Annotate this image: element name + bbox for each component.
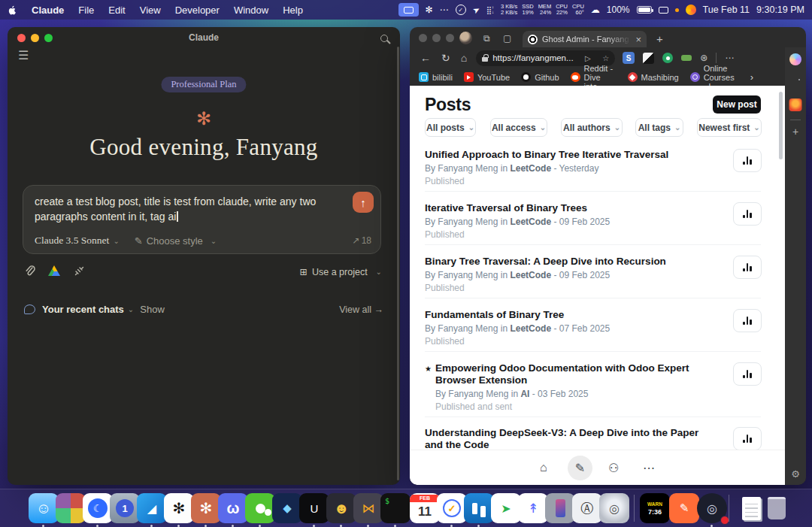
post-title[interactable]: Fundamentals of Binary Tree xyxy=(425,309,718,321)
zoom-window-button[interactable] xyxy=(446,34,454,42)
extension-pill-icon[interactable] xyxy=(681,55,692,61)
dock-icon-dark-app[interactable]: U xyxy=(299,493,329,523)
post-row[interactable]: Binary Tree Traversal: A Deep Dive into … xyxy=(425,256,761,293)
members-icon[interactable] xyxy=(608,461,619,475)
sidebar-reddit-icon[interactable] xyxy=(789,98,802,111)
bookmark-bilibili[interactable]: bilibili xyxy=(419,72,453,82)
style-selector[interactable]: Choose style xyxy=(135,235,217,247)
post-row[interactable]: Fundamentals of Binary Tree By Fanyang M… xyxy=(425,309,761,347)
reload-button[interactable] xyxy=(441,52,450,64)
dock-icon-obs[interactable]: ◎ xyxy=(697,493,727,523)
show-toggle[interactable]: Show xyxy=(140,304,165,315)
paperclip-icon[interactable] xyxy=(24,265,35,277)
bookmark-github[interactable]: Github xyxy=(521,72,559,82)
post-title[interactable]: Understanding DeepSeek-V3: A Deep Dive i… xyxy=(425,427,718,451)
menu-edit[interactable]: Edit xyxy=(108,5,125,16)
dock-icon-discord[interactable]: ω xyxy=(218,493,248,523)
dock-icon-chatgpt[interactable]: ✻ xyxy=(164,493,194,523)
dock-icon-trello[interactable] xyxy=(464,493,494,523)
browser-tab-ghost-admin[interactable]: Ghost Admin - Fanyang Meng's xyxy=(523,31,647,47)
send-button[interactable] xyxy=(353,192,374,213)
menu-view[interactable]: View xyxy=(140,5,161,16)
post-title[interactable]: Binary Tree Traversal: A Deep Dive into … xyxy=(425,256,718,268)
page-scrollbar[interactable] xyxy=(779,92,783,159)
post-analytics-button[interactable] xyxy=(733,362,762,386)
menu-help[interactable]: Help xyxy=(283,5,303,16)
cloud-icon[interactable]: ☁ xyxy=(591,5,600,14)
tab-group-icon[interactable]: ⧉ xyxy=(483,33,490,44)
new-post-button[interactable]: New post xyxy=(713,95,761,114)
copilot-icon[interactable] xyxy=(789,53,801,65)
claude-scrollbar[interactable] xyxy=(397,47,399,480)
screen-sharing-icon[interactable] xyxy=(398,3,419,17)
dock-icon-trash[interactable] xyxy=(762,493,792,523)
dock-icon-launchpad[interactable] xyxy=(56,493,86,523)
extension-bw-icon[interactable] xyxy=(643,53,654,64)
google-drive-icon[interactable] xyxy=(48,265,60,276)
post-title[interactable]: Iterative Traversal of Binary Trees xyxy=(425,202,718,214)
menu-app-name[interactable]: Claude xyxy=(32,5,64,16)
dock-icon-settings-app[interactable]: ◎ xyxy=(599,493,629,523)
dock-icon-wechat[interactable] xyxy=(245,493,275,523)
back-button[interactable] xyxy=(420,52,431,64)
profile-avatar[interactable] xyxy=(459,32,472,44)
filter-all-posts[interactable]: All posts xyxy=(425,118,476,137)
extension-green-icon[interactable] xyxy=(662,53,673,63)
home-button[interactable] xyxy=(461,52,467,64)
new-tab-button[interactable] xyxy=(656,32,663,45)
check-menubar-icon[interactable]: ✓ xyxy=(456,5,466,15)
url-text[interactable]: https://fanyangmen... xyxy=(492,53,573,62)
dock-icon-vscode[interactable]: ◢ xyxy=(137,493,167,523)
firefox-menubar-icon[interactable] xyxy=(686,5,696,15)
bookmark-mashibing[interactable]: Mashibing xyxy=(628,72,679,82)
connect-apps-icon[interactable] xyxy=(73,265,85,277)
extension-s-icon[interactable]: S xyxy=(623,52,635,64)
dock-icon-1password[interactable]: 1 xyxy=(110,493,140,523)
filter-sort-order[interactable]: Newest first xyxy=(697,118,762,137)
location-menubar-icon[interactable]: ➤ xyxy=(471,5,481,15)
post-row[interactable]: Iterative Traversal of Binary Trees By F… xyxy=(425,202,761,240)
dock-icon-terminal[interactable]: $ xyxy=(380,493,411,523)
system-stats[interactable]: 3 KB/s2 KB/s SSD19% MEM24% CPU22% CPU60° xyxy=(501,4,584,17)
menubar-date[interactable]: Tue Feb 11 xyxy=(703,5,750,15)
prompt-input[interactable]: create a test blog post, title is test f… xyxy=(23,186,380,225)
dock-icon-finder[interactable]: ☺ xyxy=(29,493,59,523)
bookmarks-overflow-icon[interactable] xyxy=(750,71,753,83)
dock-icon-butterfly-app[interactable]: ⋈ xyxy=(353,493,383,523)
battery-icon[interactable] xyxy=(637,6,652,14)
dock-icon-green-arrow-app[interactable]: ➤ xyxy=(491,493,521,523)
filter-all-tags[interactable]: All tags xyxy=(635,118,683,137)
post-analytics-button[interactable] xyxy=(733,149,762,172)
dock-icon-translate-app[interactable]: Ⓐ xyxy=(572,493,602,523)
menu-developer[interactable]: Developer xyxy=(175,5,220,16)
dock-icon-rocket-app[interactable]: ↟ xyxy=(518,493,548,523)
post-row[interactable]: Unified Approach to Binary Tree Iterativ… xyxy=(425,149,761,186)
sidebar-add-icon[interactable] xyxy=(792,126,798,138)
post-analytics-button[interactable] xyxy=(733,309,762,332)
dock-icon-ticktick[interactable]: ✓ xyxy=(437,493,467,523)
post-analytics-button[interactable] xyxy=(733,256,762,279)
search-icon[interactable] xyxy=(380,35,388,42)
apple-menu-icon[interactable] xyxy=(8,5,17,15)
dock-icon-calendar[interactable]: FEB 11 xyxy=(410,493,440,523)
browser-menu-icon[interactable] xyxy=(725,53,734,62)
dashboard-home-icon[interactable] xyxy=(540,461,547,474)
more-menubar-icon[interactable] xyxy=(440,5,449,14)
dock-icon-claude[interactable]: ✻ xyxy=(191,493,221,523)
recent-chats-title[interactable]: Your recent chats xyxy=(42,304,124,315)
filter-all-authors[interactable]: All authors xyxy=(561,118,623,137)
stats-grid-icon[interactable]: ⣿↑↓ xyxy=(486,5,494,14)
menu-window[interactable]: Window xyxy=(234,5,268,16)
model-selector[interactable]: Claude 3.5 Sonnet xyxy=(35,235,109,247)
hamburger-menu-icon[interactable] xyxy=(18,48,29,62)
post-title[interactable]: Empowering Odoo Documentation with Odoo … xyxy=(435,362,714,386)
dock-icon-istat-widget[interactable]: WARN 7:36 xyxy=(640,493,670,523)
dock-icon-blue-app[interactable]: ◆ xyxy=(272,493,302,523)
sidebar-settings-icon[interactable] xyxy=(791,468,800,480)
menubar-clock[interactable]: 9:30:19 PM xyxy=(756,5,804,15)
close-window-button[interactable] xyxy=(419,34,427,42)
dock-icon-pen-app[interactable]: ✎ xyxy=(669,493,699,523)
dock-icon-bee-app[interactable]: ☻ xyxy=(326,493,356,523)
post-analytics-button[interactable] xyxy=(733,427,762,450)
display-icon[interactable] xyxy=(659,7,668,14)
